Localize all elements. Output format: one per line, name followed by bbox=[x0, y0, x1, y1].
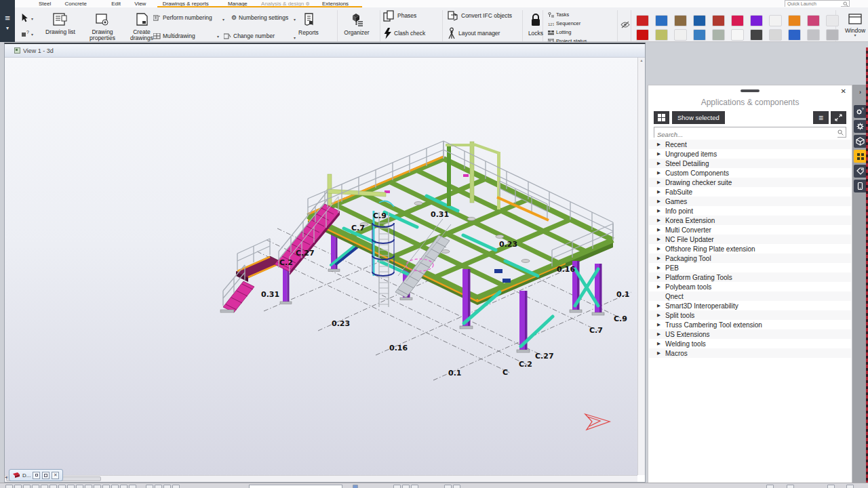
expand-arrow-icon[interactable]: ▶ bbox=[657, 180, 665, 185]
select-cursor-dropdown[interactable]: ▾ bbox=[31, 16, 33, 21]
red-table-icon[interactable] bbox=[636, 29, 649, 41]
pour-unit-icon[interactable] bbox=[674, 15, 687, 26]
reports-button[interactable]: Reports bbox=[292, 13, 326, 36]
mesh-grid-icon[interactable] bbox=[826, 15, 839, 26]
list-view-button[interactable]: ≡ bbox=[813, 111, 829, 124]
component-group-row[interactable]: ▶ Korea Extension bbox=[649, 216, 851, 225]
component-group-row[interactable]: ▶ Info point bbox=[649, 206, 851, 216]
expand-arrow-icon[interactable]: ▶ bbox=[657, 312, 665, 318]
menu-steel[interactable]: Steel bbox=[37, 1, 52, 7]
expand-arrow-icon[interactable]: ▶ bbox=[657, 189, 665, 195]
pad-footing-icon[interactable] bbox=[655, 29, 668, 41]
expand-arrow-icon[interactable]: ▶ bbox=[657, 227, 665, 232]
component-group-row[interactable]: ▶ Split tools bbox=[649, 310, 851, 320]
status-button[interactable] bbox=[146, 485, 153, 488]
status-button[interactable] bbox=[58, 485, 66, 488]
select-switch-dropdown[interactable]: ▾ bbox=[31, 32, 33, 37]
component-group-row[interactable]: ▶ Platform Grating Tools bbox=[649, 272, 851, 282]
component-group-row[interactable]: ▶ Smart3D Interoperability bbox=[649, 301, 851, 310]
component-group-row[interactable]: ▶ Polybeam tools bbox=[649, 282, 851, 291]
component-search-input[interactable] bbox=[654, 130, 837, 139]
menu-concrete[interactable]: Concrete bbox=[63, 1, 87, 7]
expand-arrow-icon[interactable]: ▶ bbox=[657, 161, 665, 166]
3d-pdf-icon[interactable] bbox=[636, 15, 649, 26]
quick-launch-input[interactable] bbox=[785, 1, 841, 7]
gray-pages-icon[interactable] bbox=[807, 29, 820, 41]
status-button[interactable] bbox=[120, 485, 127, 488]
menu-edit[interactable]: Edit bbox=[110, 1, 122, 7]
model-objects-button[interactable] bbox=[854, 135, 867, 148]
component-group-row[interactable]: ▶ Multi Converter bbox=[649, 225, 851, 235]
status-button[interactable] bbox=[129, 485, 136, 488]
number-serialize-icon[interactable] bbox=[693, 15, 706, 26]
component-group-row[interactable]: ▶ Ungrouped items bbox=[649, 149, 851, 159]
status-button[interactable] bbox=[102, 485, 110, 488]
expand-arrow-icon[interactable]: ▶ bbox=[657, 237, 665, 242]
select-switch-icon[interactable]: ? bbox=[21, 30, 30, 38]
rebar-plate-icon[interactable] bbox=[750, 15, 763, 26]
status-button[interactable] bbox=[155, 485, 162, 488]
component-group-row[interactable]: ▶ Custom Components bbox=[649, 168, 851, 178]
comment-bubbles-icon[interactable] bbox=[731, 29, 744, 41]
column-bars-icon[interactable] bbox=[788, 15, 801, 26]
applications-components-button[interactable] bbox=[854, 150, 867, 163]
component-group-row[interactable]: ▶ Packaging Tool bbox=[649, 253, 851, 263]
status-button[interactable] bbox=[172, 485, 180, 488]
status-button[interactable] bbox=[411, 485, 418, 488]
component-group-row[interactable]: ▶ Steel Detailing bbox=[649, 159, 851, 168]
expand-arrow-icon[interactable]: ▶ bbox=[657, 265, 665, 270]
menu-view[interactable]: View bbox=[133, 1, 147, 7]
select-cursor-icon[interactable] bbox=[21, 14, 29, 22]
component-group-row[interactable]: ▶ Welding tools bbox=[649, 339, 851, 348]
ifc-export-icon[interactable] bbox=[655, 15, 668, 26]
bolt-array-icon[interactable] bbox=[674, 29, 687, 41]
component-group-row[interactable]: ▶ US Extensions bbox=[649, 329, 851, 339]
sequencer-button[interactable]: 123 Sequencer bbox=[548, 20, 580, 27]
horizontal-scrollbar[interactable] bbox=[5, 475, 637, 482]
expand-arrow-icon[interactable]: ▶ bbox=[657, 331, 665, 337]
drawing-properties-button[interactable]: Drawingproperties ▾ bbox=[81, 13, 123, 45]
vertical-scrollbar[interactable]: ▴ bbox=[637, 58, 645, 475]
component-group-row[interactable]: ▶ Games bbox=[649, 197, 851, 206]
maximize-window-icon[interactable] bbox=[42, 472, 50, 479]
status-button[interactable] bbox=[111, 485, 119, 488]
expand-arrow-icon[interactable]: ▶ bbox=[657, 350, 665, 356]
model-tab-label[interactable]: D... bbox=[22, 472, 31, 479]
phases-button[interactable]: Phases bbox=[383, 12, 416, 20]
tekla-online-button[interactable]: ? bbox=[854, 105, 867, 118]
status-button[interactable] bbox=[14, 485, 22, 488]
status-button[interactable] bbox=[32, 485, 39, 488]
status-button[interactable] bbox=[94, 485, 101, 488]
expand-arrow-icon[interactable]: ▶ bbox=[657, 322, 665, 327]
hamburger-icon[interactable]: ≡ bbox=[0, 14, 15, 22]
tasks-button[interactable]: Tasks bbox=[548, 11, 569, 18]
status-button[interactable] bbox=[453, 485, 460, 488]
status-button[interactable] bbox=[402, 485, 410, 488]
a1s-calc-icon[interactable] bbox=[731, 15, 744, 26]
organizer-button[interactable]: Organizer bbox=[339, 13, 374, 36]
view-title-bar[interactable]: View 1 - 3d bbox=[5, 44, 645, 58]
component-group-row[interactable]: ▶ PEB bbox=[649, 263, 851, 272]
mobile-device-button[interactable] bbox=[854, 180, 867, 192]
locks-button[interactable]: Locks bbox=[522, 13, 549, 37]
clash-check-button[interactable]: Clash check bbox=[383, 29, 425, 37]
status-button[interactable] bbox=[846, 485, 854, 488]
component-group-row[interactable]: ▶ Recent bbox=[649, 140, 851, 149]
thumbnail-view-button[interactable] bbox=[654, 111, 669, 124]
expand-arrow-icon[interactable]: ▶ bbox=[657, 256, 665, 261]
expand-arrow-icon[interactable]: ▶ bbox=[657, 246, 665, 251]
expand-arrow-icon[interactable]: ▶ bbox=[657, 170, 665, 176]
layout-manager-button[interactable]: Layout manager bbox=[447, 29, 500, 37]
status-button[interactable] bbox=[23, 485, 31, 488]
status-button[interactable] bbox=[41, 485, 48, 488]
status-button[interactable] bbox=[67, 485, 75, 488]
component-group-row[interactable]: ▶ Macros bbox=[649, 348, 851, 358]
lotting-button[interactable]: Lotting bbox=[548, 28, 572, 36]
status-button[interactable] bbox=[163, 485, 171, 488]
level-marker-icon[interactable] bbox=[693, 29, 706, 41]
lifting-hook-icon[interactable] bbox=[750, 29, 763, 41]
status-button[interactable] bbox=[766, 485, 774, 488]
status-button[interactable] bbox=[393, 485, 401, 488]
close-icon[interactable]: ✕ bbox=[841, 87, 846, 95]
status-button[interactable] bbox=[5, 485, 13, 488]
